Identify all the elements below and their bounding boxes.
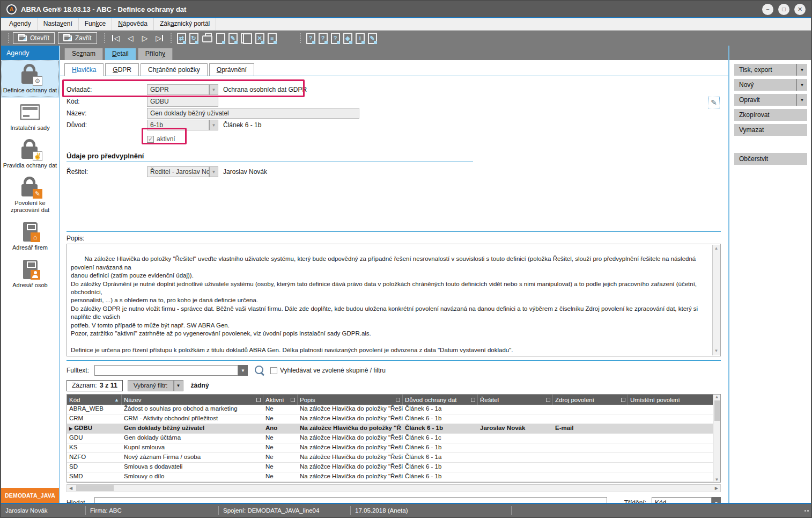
tab-seznam[interactable]: Seznam bbox=[64, 48, 103, 60]
menu-item-funkce[interactable]: Funkce bbox=[79, 18, 112, 30]
help-icon[interactable]: ? bbox=[306, 33, 315, 44]
close-button[interactable]: Zavřít bbox=[58, 32, 97, 44]
opravit-button[interactable]: Opravit▼ bbox=[734, 94, 807, 106]
fulltext-input[interactable] bbox=[94, 365, 238, 376]
column-options-icon[interactable] bbox=[546, 398, 550, 402]
copy-record-icon[interactable] bbox=[241, 33, 252, 44]
subtab-chr-n-n-polo-ky[interactable]: Chráněné položky bbox=[141, 63, 208, 76]
subtab-gdpr[interactable]: GDPR bbox=[105, 63, 139, 76]
sidebar-item-adres-firem[interactable]: ⌂Adresář firem bbox=[1, 217, 59, 255]
info-icon[interactable]: i bbox=[356, 33, 365, 44]
resitel-dropdown[interactable]: Ředitel - Jaroslav Nová ▼ bbox=[147, 166, 218, 177]
table-row[interactable]: ▶GDBUGen doklady běžný uživatelAnoNa zál… bbox=[67, 424, 713, 434]
toolbar-drag-handle[interactable] bbox=[300, 33, 301, 43]
open-button[interactable]: Otevřít bbox=[13, 32, 55, 44]
delete-record-icon[interactable]: ✕ bbox=[255, 33, 264, 44]
selected-filter-button[interactable]: Vybraný filtr: bbox=[128, 380, 173, 391]
column-options-icon[interactable] bbox=[396, 398, 400, 402]
subtab-opr-vn-n[interactable]: Oprávnění bbox=[209, 63, 254, 76]
resize-grip[interactable] bbox=[804, 510, 809, 512]
chevron-down-icon[interactable]: ▼ bbox=[238, 365, 248, 376]
column-header-e-itel[interactable]: Řešitel bbox=[478, 395, 553, 405]
table-row[interactable]: GDUGen doklady účtárnaNeNa záložce Hlavi… bbox=[67, 434, 713, 443]
next-record-icon[interactable]: ▷ bbox=[138, 32, 152, 44]
notes-icon[interactable]: ✎ bbox=[368, 33, 377, 44]
tab-p-lohy[interactable]: Přílohy bbox=[138, 48, 173, 60]
toolbar-drag-handle[interactable] bbox=[104, 33, 105, 43]
vymazat-button[interactable]: Vymazat bbox=[734, 124, 807, 136]
hledat-input[interactable] bbox=[94, 497, 607, 503]
column-header-k-d[interactable]: Kód▲ bbox=[67, 395, 122, 405]
chevron-down-icon[interactable]: ▼ bbox=[796, 79, 807, 91]
zkop-rovat-button[interactable]: Zkopírovat bbox=[734, 109, 807, 121]
refresh-record-icon[interactable]: ↻ bbox=[189, 33, 198, 44]
column-header-n-zev[interactable]: Název bbox=[122, 395, 263, 405]
sidebar-item-povolen-ke-zpracov-n-dat[interactable]: ✎Povolení ke zpracování dat bbox=[1, 173, 59, 217]
sidebar-item-definice-ochrany-dat[interactable]: ⚙Definice ochrany dat bbox=[1, 60, 59, 98]
scroll-down-icon[interactable]: ▼ bbox=[714, 348, 719, 354]
table-row[interactable]: NZFONový záznam Firma / osobaNeNa záložc… bbox=[67, 453, 713, 463]
column-header-um-st-n-povolen[interactable]: Umístění povolení bbox=[628, 395, 716, 405]
help-pages-icon[interactable]: ? bbox=[331, 33, 340, 44]
column-options-icon[interactable] bbox=[256, 398, 261, 402]
kod-field[interactable]: GDBU bbox=[147, 96, 218, 107]
edit-record-icon[interactable]: ✎ bbox=[228, 33, 238, 44]
sidebar-item-pravidla-ochrany-dat[interactable]: ✌Pravidla ochrany dat bbox=[1, 135, 59, 173]
table-row[interactable]: ABRA_WEBŽádost o souhlas pro obchod a ma… bbox=[67, 405, 713, 414]
close-button[interactable]: ✕ bbox=[794, 4, 806, 15]
tab-detail[interactable]: Detail bbox=[105, 48, 136, 60]
table-row[interactable]: KSKupní smlouvaNeNa záložce Hlavička do … bbox=[67, 443, 713, 453]
search-icon[interactable] bbox=[254, 365, 265, 376]
maximize-button[interactable]: □ bbox=[778, 4, 789, 15]
column-header-popis[interactable]: Popis bbox=[298, 395, 403, 405]
toolbar-drag-handle[interactable] bbox=[171, 33, 172, 43]
table-scrollbar[interactable]: ▲ ▼ bbox=[713, 395, 720, 482]
column-options-icon[interactable] bbox=[291, 398, 295, 402]
related-docs-icon[interactable]: ◈ bbox=[343, 33, 352, 44]
blank-page-icon[interactable] bbox=[216, 33, 225, 44]
popis-textarea[interactable]: Na záložce Hlavička do položky "Řešitel"… bbox=[67, 244, 721, 356]
transfer-record-icon[interactable]: ⇄ bbox=[177, 33, 186, 44]
menu-item-nastaven[interactable]: Nastavení bbox=[38, 18, 79, 30]
scroll-right-icon[interactable]: ▶ bbox=[713, 486, 720, 491]
checklist-icon[interactable]: ≡ bbox=[268, 33, 277, 44]
tisk-export-button[interactable]: Tisk, export▼ bbox=[734, 64, 807, 76]
chevron-down-icon[interactable]: ▼ bbox=[209, 120, 218, 130]
nazev-field[interactable]: Gen doklady běžný uživatel bbox=[147, 108, 359, 119]
group-filter-checkbox[interactable] bbox=[270, 367, 277, 374]
column-options-icon[interactable] bbox=[471, 398, 475, 402]
print-icon[interactable] bbox=[202, 35, 212, 42]
scroll-down-icon[interactable]: ▼ bbox=[715, 477, 719, 482]
sidebar-item-instala-n-sady[interactable]: Instalační sady bbox=[1, 98, 59, 135]
table-row[interactable]: SMDSmlouvy o díloNeNa záložce Hlavička d… bbox=[67, 472, 713, 482]
scroll-up-icon[interactable]: ▲ bbox=[715, 395, 719, 399]
scroll-left-icon[interactable]: ◀ bbox=[67, 486, 75, 491]
column-header-aktivn[interactable]: Aktivní bbox=[263, 395, 298, 405]
chevron-down-icon[interactable]: ▼ bbox=[209, 166, 218, 177]
chevron-down-icon[interactable]: ▼ bbox=[796, 94, 807, 106]
chevron-down-icon[interactable]: ▼ bbox=[174, 380, 183, 391]
table-hscrollbar[interactable]: ◀ ▶ bbox=[67, 484, 721, 492]
nov-button[interactable]: Nový▼ bbox=[734, 79, 807, 91]
minimize-button[interactable]: − bbox=[762, 4, 773, 15]
duvod-dropdown[interactable]: 6-1b ▼ bbox=[147, 120, 218, 130]
column-options-icon[interactable] bbox=[621, 398, 625, 402]
menu-item-n-pov-da[interactable]: Nápověda bbox=[112, 18, 154, 30]
table-row[interactable]: SDSmlouva s dodavateliNeNa záložce Hlavi… bbox=[67, 463, 713, 472]
scroll-up-icon[interactable]: ▲ bbox=[714, 246, 719, 252]
trideni-select[interactable]: Kód bbox=[652, 497, 712, 503]
aktivni-checkbox[interactable]: ✓ bbox=[147, 136, 154, 143]
first-record-icon[interactable]: ◁ bbox=[109, 32, 123, 44]
column-header-d-vod-ochrany-dat[interactable]: Důvod ochrany dat bbox=[403, 395, 478, 405]
scrollbar-thumb[interactable] bbox=[714, 400, 720, 421]
column-header-zdroj-povolen[interactable]: Zdroj povolení bbox=[553, 395, 628, 405]
chevron-down-icon[interactable]: ▼ bbox=[209, 84, 218, 95]
sidebar-item-adres-osob[interactable]: Adresář osob bbox=[1, 255, 59, 293]
toolbar-drag-handle[interactable] bbox=[8, 33, 9, 43]
chevron-down-icon[interactable]: ▼ bbox=[796, 64, 807, 76]
menu-item-z-kaznick-port-l[interactable]: Zákaznický portál bbox=[154, 18, 216, 30]
subtab-hlavi-ka[interactable]: Hlavička bbox=[64, 63, 104, 76]
ob-erstvit-button[interactable]: Občerstvit bbox=[734, 153, 807, 165]
scrollbar-thumb[interactable] bbox=[76, 485, 114, 491]
previous-record-icon[interactable]: ◁ bbox=[123, 32, 138, 44]
